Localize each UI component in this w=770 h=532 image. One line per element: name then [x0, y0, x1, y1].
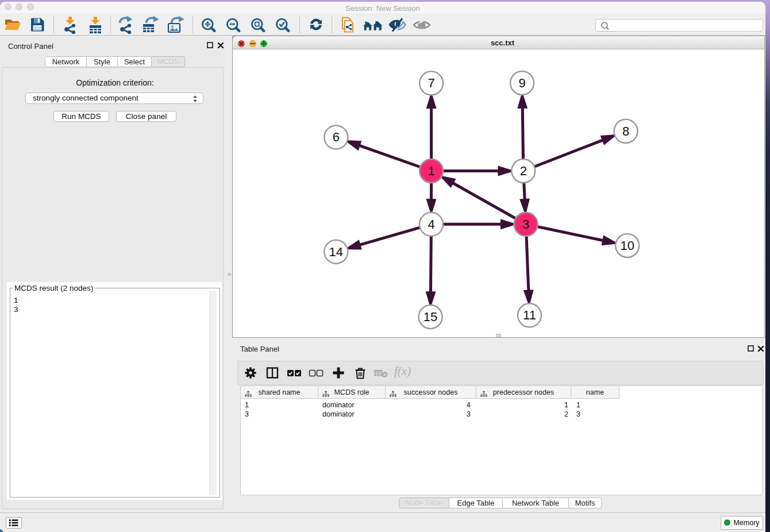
svg-text:14: 14 — [329, 245, 343, 259]
svg-text:11: 11 — [523, 308, 536, 322]
svg-text:2: 2 — [520, 164, 527, 178]
svg-text:7: 7 — [428, 76, 434, 90]
svg-text:4: 4 — [428, 217, 434, 232]
svg-text:8: 8 — [622, 124, 629, 138]
svg-text:9: 9 — [518, 76, 525, 90]
svg-text:6: 6 — [333, 130, 340, 144]
svg-text:3: 3 — [522, 217, 529, 232]
svg-text:15: 15 — [424, 310, 437, 324]
svg-text:1: 1 — [428, 164, 434, 178]
svg-text:10: 10 — [620, 238, 634, 253]
